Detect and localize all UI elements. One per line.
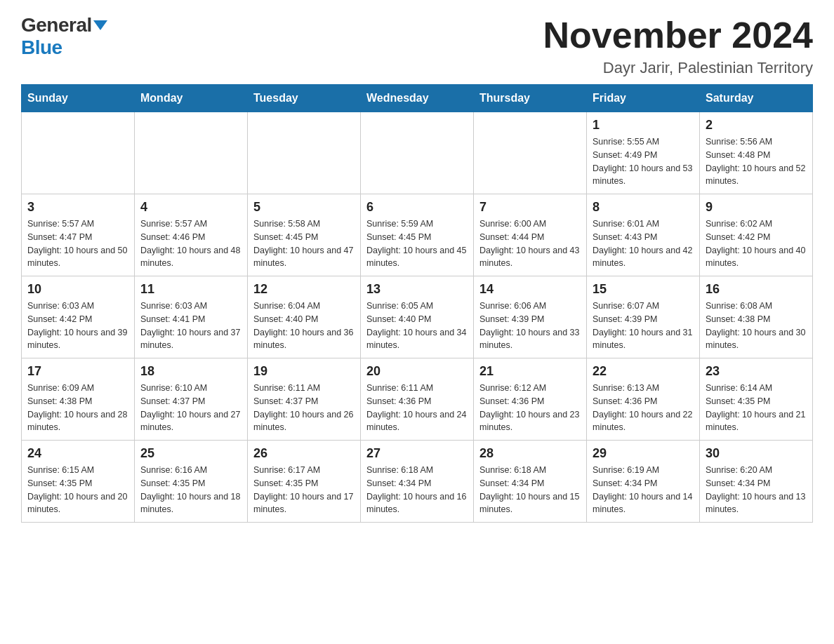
weekday-header-saturday: Saturday	[700, 85, 813, 112]
day-info: Sunrise: 6:14 AM Sunset: 4:35 PM Dayligh…	[706, 382, 807, 434]
calendar-cell: 14Sunrise: 6:06 AM Sunset: 4:39 PM Dayli…	[474, 276, 587, 358]
calendar-cell: 23Sunrise: 6:14 AM Sunset: 4:35 PM Dayli…	[700, 358, 813, 441]
day-info: Sunrise: 6:00 AM Sunset: 4:44 PM Dayligh…	[479, 217, 581, 270]
weekday-header-monday: Monday	[135, 85, 248, 112]
weekday-header-row: SundayMondayTuesdayWednesdayThursdayFrid…	[22, 85, 813, 112]
calendar-cell	[248, 112, 361, 194]
day-info: Sunrise: 6:15 AM Sunset: 4:35 PM Dayligh…	[27, 464, 128, 516]
day-number: 7	[479, 200, 581, 215]
calendar-cell: 10Sunrise: 6:03 AM Sunset: 4:42 PM Dayli…	[22, 276, 135, 358]
day-info: Sunrise: 6:12 AM Sunset: 4:36 PM Dayligh…	[479, 382, 581, 434]
calendar-cell: 3Sunrise: 5:57 AM Sunset: 4:47 PM Daylig…	[22, 194, 135, 276]
day-info: Sunrise: 5:57 AM Sunset: 4:46 PM Dayligh…	[140, 217, 241, 270]
calendar-cell: 22Sunrise: 6:13 AM Sunset: 4:36 PM Dayli…	[587, 358, 700, 441]
day-info: Sunrise: 5:55 AM Sunset: 4:49 PM Dayligh…	[593, 135, 694, 188]
calendar-cell: 19Sunrise: 6:11 AM Sunset: 4:37 PM Dayli…	[248, 358, 361, 441]
day-info: Sunrise: 5:57 AM Sunset: 4:47 PM Dayligh…	[27, 217, 128, 270]
calendar-cell: 29Sunrise: 6:19 AM Sunset: 4:34 PM Dayli…	[587, 441, 700, 523]
day-number: 11	[140, 282, 241, 297]
calendar-week-row-2: 3Sunrise: 5:57 AM Sunset: 4:47 PM Daylig…	[22, 194, 813, 276]
calendar-cell: 20Sunrise: 6:11 AM Sunset: 4:36 PM Dayli…	[361, 358, 474, 441]
day-info: Sunrise: 6:08 AM Sunset: 4:38 PM Dayligh…	[706, 300, 807, 352]
calendar-cell	[135, 112, 248, 194]
calendar-week-row-1: 1Sunrise: 5:55 AM Sunset: 4:49 PM Daylig…	[22, 112, 813, 194]
calendar-cell: 28Sunrise: 6:18 AM Sunset: 4:34 PM Dayli…	[474, 441, 587, 523]
day-number: 8	[593, 200, 694, 215]
day-info: Sunrise: 6:03 AM Sunset: 4:41 PM Dayligh…	[140, 300, 241, 352]
calendar-cell: 11Sunrise: 6:03 AM Sunset: 4:41 PM Dayli…	[135, 276, 248, 358]
calendar-cell: 13Sunrise: 6:05 AM Sunset: 4:40 PM Dayli…	[361, 276, 474, 358]
day-number: 17	[27, 364, 128, 379]
calendar-cell: 6Sunrise: 5:59 AM Sunset: 4:45 PM Daylig…	[361, 194, 474, 276]
logo-general: General	[21, 14, 92, 36]
day-number: 18	[140, 364, 241, 379]
logo-triangle-icon	[93, 20, 107, 30]
day-info: Sunrise: 6:20 AM Sunset: 4:34 PM Dayligh…	[706, 464, 807, 516]
title-area: November 2024 Dayr Jarir, Palestinian Te…	[543, 14, 813, 77]
day-info: Sunrise: 6:05 AM Sunset: 4:40 PM Dayligh…	[366, 300, 468, 352]
day-number: 19	[253, 364, 355, 379]
calendar-cell	[474, 112, 587, 194]
day-info: Sunrise: 6:09 AM Sunset: 4:38 PM Dayligh…	[27, 382, 128, 434]
day-number: 3	[27, 200, 128, 215]
day-info: Sunrise: 6:03 AM Sunset: 4:42 PM Dayligh…	[27, 300, 128, 352]
day-number: 23	[706, 364, 807, 379]
day-info: Sunrise: 6:18 AM Sunset: 4:34 PM Dayligh…	[366, 464, 468, 516]
day-number: 15	[593, 282, 694, 297]
calendar-table: SundayMondayTuesdayWednesdayThursdayFrid…	[21, 84, 813, 523]
day-number: 1	[593, 118, 694, 133]
day-info: Sunrise: 6:16 AM Sunset: 4:35 PM Dayligh…	[140, 464, 241, 516]
day-number: 21	[479, 364, 581, 379]
day-number: 13	[366, 282, 468, 297]
day-info: Sunrise: 6:13 AM Sunset: 4:36 PM Dayligh…	[593, 382, 694, 434]
weekday-header-wednesday: Wednesday	[361, 85, 474, 112]
calendar-cell: 7Sunrise: 6:00 AM Sunset: 4:44 PM Daylig…	[474, 194, 587, 276]
day-number: 26	[253, 446, 355, 461]
day-number: 27	[366, 446, 468, 461]
day-number: 9	[706, 200, 807, 215]
day-info: Sunrise: 6:18 AM Sunset: 4:34 PM Dayligh…	[479, 464, 581, 516]
day-info: Sunrise: 5:58 AM Sunset: 4:45 PM Dayligh…	[253, 217, 355, 270]
calendar-cell: 18Sunrise: 6:10 AM Sunset: 4:37 PM Dayli…	[135, 358, 248, 441]
calendar-cell	[22, 112, 135, 194]
calendar-cell: 4Sunrise: 5:57 AM Sunset: 4:46 PM Daylig…	[135, 194, 248, 276]
weekday-header-thursday: Thursday	[474, 85, 587, 112]
day-info: Sunrise: 6:06 AM Sunset: 4:39 PM Dayligh…	[479, 300, 581, 352]
day-info: Sunrise: 6:19 AM Sunset: 4:34 PM Dayligh…	[593, 464, 694, 516]
calendar-cell: 16Sunrise: 6:08 AM Sunset: 4:38 PM Dayli…	[700, 276, 813, 358]
day-number: 6	[366, 200, 468, 215]
day-info: Sunrise: 5:56 AM Sunset: 4:48 PM Dayligh…	[706, 135, 807, 188]
day-number: 4	[140, 200, 241, 215]
calendar-cell: 30Sunrise: 6:20 AM Sunset: 4:34 PM Dayli…	[700, 441, 813, 523]
day-number: 22	[593, 364, 694, 379]
weekday-header-friday: Friday	[587, 85, 700, 112]
calendar-cell: 25Sunrise: 6:16 AM Sunset: 4:35 PM Dayli…	[135, 441, 248, 523]
day-number: 29	[593, 446, 694, 461]
day-number: 14	[479, 282, 581, 297]
day-info: Sunrise: 6:01 AM Sunset: 4:43 PM Dayligh…	[593, 217, 694, 270]
day-info: Sunrise: 6:17 AM Sunset: 4:35 PM Dayligh…	[253, 464, 355, 516]
calendar-week-row-5: 24Sunrise: 6:15 AM Sunset: 4:35 PM Dayli…	[22, 441, 813, 523]
day-number: 12	[253, 282, 355, 297]
day-number: 28	[479, 446, 581, 461]
calendar-cell: 21Sunrise: 6:12 AM Sunset: 4:36 PM Dayli…	[474, 358, 587, 441]
calendar-week-row-4: 17Sunrise: 6:09 AM Sunset: 4:38 PM Dayli…	[22, 358, 813, 441]
calendar-cell: 24Sunrise: 6:15 AM Sunset: 4:35 PM Dayli…	[22, 441, 135, 523]
day-info: Sunrise: 6:02 AM Sunset: 4:42 PM Dayligh…	[706, 217, 807, 270]
day-number: 30	[706, 446, 807, 461]
calendar-cell: 26Sunrise: 6:17 AM Sunset: 4:35 PM Dayli…	[248, 441, 361, 523]
day-info: Sunrise: 5:59 AM Sunset: 4:45 PM Dayligh…	[366, 217, 468, 270]
day-number: 24	[27, 446, 128, 461]
calendar-cell: 15Sunrise: 6:07 AM Sunset: 4:39 PM Dayli…	[587, 276, 700, 358]
calendar-cell: 1Sunrise: 5:55 AM Sunset: 4:49 PM Daylig…	[587, 112, 700, 194]
day-number: 25	[140, 446, 241, 461]
month-year-title: November 2024	[543, 14, 813, 56]
calendar-cell: 2Sunrise: 5:56 AM Sunset: 4:48 PM Daylig…	[700, 112, 813, 194]
calendar-cell	[361, 112, 474, 194]
calendar-cell: 9Sunrise: 6:02 AM Sunset: 4:42 PM Daylig…	[700, 194, 813, 276]
day-number: 2	[706, 118, 807, 133]
calendar-cell: 17Sunrise: 6:09 AM Sunset: 4:38 PM Dayli…	[22, 358, 135, 441]
day-number: 20	[366, 364, 468, 379]
day-number: 5	[253, 200, 355, 215]
logo: General Blue	[21, 14, 107, 59]
